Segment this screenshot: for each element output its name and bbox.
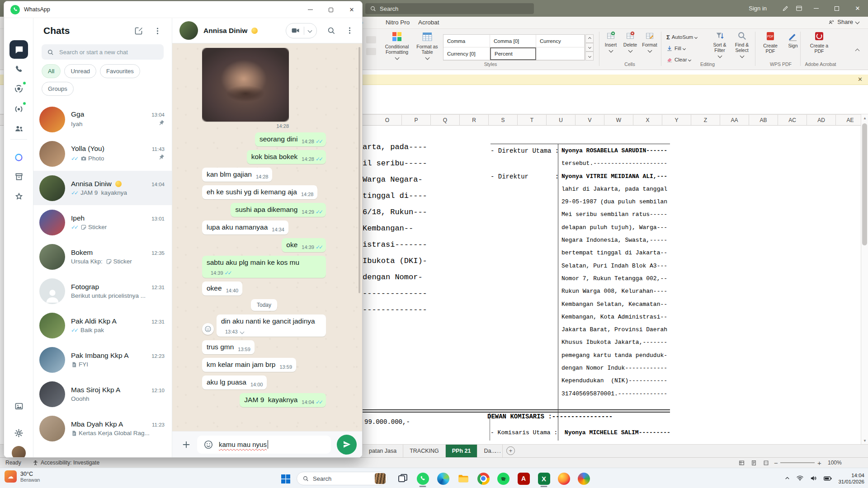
new-chat-icon[interactable] <box>134 26 143 36</box>
tab-acrobat[interactable]: Acrobat <box>418 19 439 26</box>
message-bubble[interactable]: din aku nanti ke gancit jadinya13:43 <box>217 314 326 337</box>
scrollbar-thumb[interactable] <box>359 47 360 293</box>
taskbar-file-explorer-icon[interactable] <box>455 470 472 487</box>
taskbar-firefox-icon[interactable] <box>555 470 572 487</box>
rail-item-archived[interactable] <box>9 167 28 186</box>
number-format-partial-icon[interactable] <box>366 48 376 55</box>
close-button[interactable]: ✕ <box>341 1 362 18</box>
rail-item-profile[interactable] <box>9 444 28 458</box>
excel-restore-button[interactable] <box>826 0 847 17</box>
ribbon-display-icon[interactable] <box>792 0 806 17</box>
share-button[interactable]: Share <box>828 19 859 25</box>
column-header-V[interactable]: V <box>576 115 604 126</box>
add-sheet-button[interactable]: + <box>506 446 515 455</box>
message-bubble[interactable]: sushi apa dikemang14:29✓✓ <box>231 203 326 217</box>
message-bubble[interactable]: eh ke sushi yg di kemang aja14:28 <box>202 185 317 199</box>
chat-list-item[interactable]: Annisa Diniw 14:04✓✓JAM 9 kayaknya <box>33 171 172 205</box>
message-bubble[interactable]: okee14:40 <box>202 282 242 296</box>
rail-item-starred[interactable] <box>9 187 28 206</box>
start-button[interactable] <box>277 470 294 487</box>
zoom-out-button[interactable]: − <box>774 458 778 468</box>
taskbar-acrobat-icon[interactable]: A <box>515 470 532 487</box>
excel-close-button[interactable]: ✕ <box>847 0 868 17</box>
normal-view-icon[interactable] <box>739 458 745 468</box>
filter-chip-favourites[interactable]: Favourites <box>100 64 140 78</box>
style-percent[interactable]: Percent <box>490 47 536 60</box>
page-break-view-icon[interactable] <box>763 458 769 468</box>
style-currency[interactable]: Currency <box>536 35 585 47</box>
gallery-down-button[interactable] <box>585 43 594 52</box>
chat-list-item[interactable]: Pak Aldi Kkp A12:31✓✓Baik pak <box>33 308 172 343</box>
menu-kebab-icon[interactable] <box>345 26 354 35</box>
scroll-up-icon[interactable]: ▲ <box>861 114 868 122</box>
clock[interactable]: 14:04 31/01/2026 <box>838 472 864 485</box>
message-bubble[interactable]: seorang dini14:28✓✓ <box>255 132 326 146</box>
wifi-icon[interactable] <box>796 474 804 482</box>
filter-chip-unread[interactable]: Unread <box>64 64 96 78</box>
scroll-down-icon[interactable]: ▼ <box>861 437 868 444</box>
column-header-AA[interactable]: AA <box>720 115 749 126</box>
filter-chip-groups[interactable]: Groups <box>42 82 74 96</box>
weather-widget[interactable]: ☁ 30°C Berawan <box>5 470 40 483</box>
column-header-AD[interactable]: AD <box>807 115 836 126</box>
chat-list-item[interactable]: Bokem12:35Ursula Kkp: Sticker <box>33 239 172 274</box>
column-header-U[interactable]: U <box>547 115 576 126</box>
pencil-icon[interactable] <box>778 0 792 17</box>
conditional-formatting-button[interactable]: Conditional Formatting <box>382 31 412 67</box>
cells-format-button[interactable]: Format <box>640 31 659 67</box>
taskbar-whatsapp-icon[interactable] <box>414 470 431 487</box>
editing-autosum-button[interactable]: ΣAutoSum <box>666 33 697 42</box>
sheet-tab-patan-jasa[interactable]: patan Jasa <box>363 445 403 457</box>
chat-list-item[interactable]: Mba Dyah Kkp A11:23Kertas Kerja Global R… <box>33 411 172 446</box>
taskbar-browser-icon[interactable] <box>575 470 592 487</box>
gallery-up-button[interactable] <box>585 34 594 43</box>
image-message[interactable] <box>202 48 289 122</box>
message-area[interactable]: 14:28seorang dini14:28✓✓kok bisa bokek14… <box>172 43 362 431</box>
taskbar-spotify-icon[interactable] <box>495 470 512 487</box>
column-header-R[interactable]: R <box>460 115 489 126</box>
close-icon[interactable]: ✕ <box>858 76 863 83</box>
gallery-more-button[interactable] <box>585 52 594 61</box>
zoom-in-button[interactable]: + <box>817 458 821 468</box>
sheet-tab-tracking[interactable]: TRACKING <box>403 445 446 457</box>
message-bubble[interactable]: oke14:39✓✓ <box>282 238 326 252</box>
zoom-slider[interactable] <box>780 462 815 463</box>
column-header-P[interactable]: P <box>402 115 431 126</box>
message-bubble[interactable]: aku lg puasa14:00 <box>202 375 267 389</box>
rail-item-media[interactable] <box>9 397 28 415</box>
chat-list-item[interactable]: Fotograp12:31Berikut untuk pricelistnya … <box>33 274 172 308</box>
column-header-Y[interactable]: Y <box>662 115 691 126</box>
minimize-button[interactable] <box>300 1 321 18</box>
rail-item-calls[interactable] <box>9 60 28 79</box>
volume-icon[interactable] <box>810 474 817 482</box>
taskbar-task-view-icon[interactable] <box>394 470 411 487</box>
vertical-scrollbar[interactable]: ▲ ▼ <box>861 114 868 444</box>
column-header-AC[interactable]: AC <box>778 115 807 126</box>
page-layout-view-icon[interactable] <box>751 458 757 468</box>
rail-item-communities[interactable] <box>9 119 28 138</box>
excel-search-box[interactable]: Search <box>365 3 534 14</box>
menu-kebab-icon[interactable] <box>153 26 162 36</box>
profile-avatar[interactable] <box>12 446 26 458</box>
column-header-Q[interactable]: Q <box>431 115 460 126</box>
editing-clear-button[interactable]: Clear <box>666 55 691 64</box>
scrollbar-thumb[interactable] <box>862 123 867 245</box>
tabs-overflow-button[interactable]: ... <box>495 447 501 454</box>
chat-search-bar[interactable] <box>42 44 164 60</box>
accessibility-status[interactable]: Accessibility: Investigate <box>33 458 99 468</box>
zoom-level[interactable]: 100% <box>828 458 842 468</box>
number-format-partial-icon[interactable] <box>366 36 376 43</box>
column-header-S[interactable]: S <box>489 115 518 126</box>
editing-fill-button[interactable]: Fill <box>666 44 685 53</box>
message-bubble[interactable]: kan blm gajian14:28 <box>202 168 272 182</box>
contact-avatar[interactable] <box>179 21 198 40</box>
maximize-button[interactable] <box>321 1 341 18</box>
column-header-O[interactable]: O <box>373 115 402 126</box>
rail-item-chats[interactable] <box>9 40 28 59</box>
attach-plus-icon[interactable] <box>181 440 191 450</box>
style-currency--0-[interactable]: Currency [0] <box>443 47 490 60</box>
taskbar-chrome-icon[interactable] <box>475 470 492 487</box>
message-bubble[interactable]: JAM 9 kayaknya14:04✓✓ <box>240 393 326 407</box>
message-bubble[interactable]: trus gmn13:59 <box>202 340 255 354</box>
column-header-X[interactable]: X <box>633 115 662 126</box>
